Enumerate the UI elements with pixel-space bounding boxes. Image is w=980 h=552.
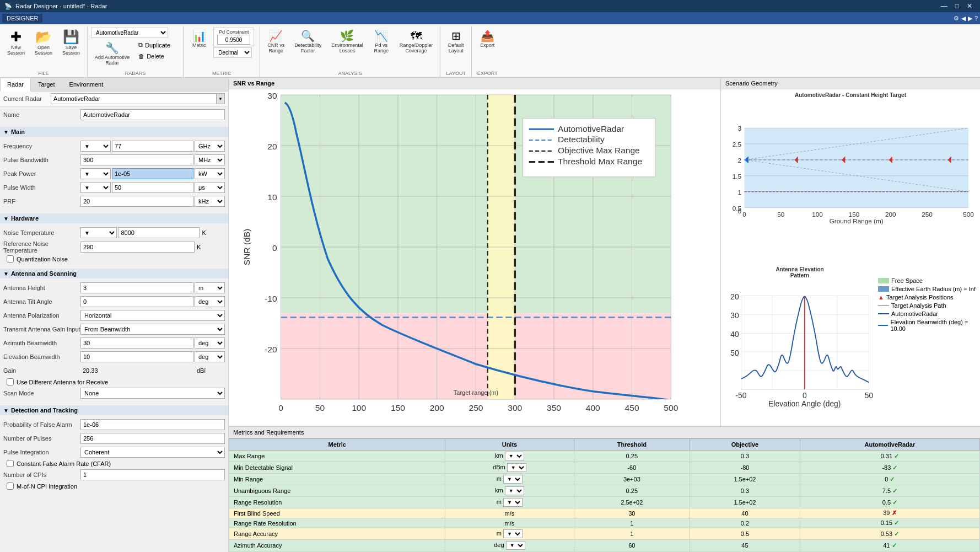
pulse-bandwidth-unit[interactable]: MHzGHz (195, 154, 225, 165)
tab-environment[interactable]: Environment (62, 78, 111, 91)
m-of-n-label: M-of-N CPI Integration (17, 483, 77, 490)
az-beamwidth-unit[interactable]: deg (195, 337, 225, 349)
new-session-icon: ✚ (10, 30, 21, 44)
svg-text:0: 0 (742, 211, 746, 218)
help-button[interactable]: ? (974, 15, 978, 22)
pd-constraint-input[interactable] (217, 35, 250, 45)
diff-antenna-checkbox[interactable] (7, 378, 14, 385)
peak-power-input[interactable] (112, 168, 193, 179)
el-beamwidth-input[interactable] (80, 351, 193, 362)
units-dropdown[interactable]: ▼ (506, 541, 525, 550)
ref-noise-temp-input[interactable] (80, 242, 195, 253)
add-radar-icon: 🔧 (105, 42, 119, 53)
open-session-button[interactable]: 📂 OpenSession (31, 28, 56, 58)
pulse-width-input[interactable] (112, 182, 193, 193)
env-losses-button[interactable]: 🌿 EnvironmentalLosses (327, 28, 367, 56)
metric-value: 0.31 ✓ (800, 451, 979, 462)
cnr-vs-range-button[interactable]: 📈 CNR vsRange (263, 28, 288, 56)
antenna-section-header[interactable]: ▼ Antenna and Scanning (0, 269, 228, 278)
units-dropdown[interactable]: ▼ (507, 463, 526, 472)
name-input[interactable] (80, 109, 225, 120)
menu-designer[interactable]: DESIGNER (2, 14, 42, 23)
tx-gain-input-select[interactable]: From Beamwidth (80, 324, 225, 335)
current-radar-input[interactable] (51, 93, 216, 104)
metric-threshold: 1 (574, 518, 690, 528)
default-layout-button[interactable]: ⊞ DefaultLayout (444, 28, 468, 56)
metric-name: Min Detectable Signal (229, 462, 445, 474)
current-radar-arrow[interactable]: ▼ (216, 93, 225, 104)
svg-text:30: 30 (267, 91, 277, 100)
detection-section-header[interactable]: ▼ Detection and Tracking (0, 405, 228, 415)
close-button[interactable]: ✕ (963, 1, 976, 11)
units-dropdown[interactable]: ▼ (505, 452, 524, 460)
toolbar-icon-1[interactable]: ⚙ (954, 15, 959, 22)
tab-radar[interactable]: Radar (0, 78, 31, 92)
prf-unit[interactable]: kHzHz (195, 196, 225, 207)
tx-gain-input-label: Transmit Antenna Gain Input (3, 326, 80, 333)
num-pulses-input[interactable] (80, 433, 225, 444)
duplicate-button[interactable]: ⧉ Duplicate (136, 40, 180, 50)
delete-button[interactable]: 🗑 Delete (136, 51, 180, 61)
new-session-button[interactable]: ✚ NewSession (3, 28, 29, 58)
pulse-width-unit[interactable]: μsns (195, 182, 225, 193)
decimal-dropdown[interactable]: Decimal Scientific (213, 47, 252, 58)
units-dropdown[interactable]: ▼ (505, 486, 524, 495)
antenna-tilt-unit[interactable]: deg (195, 296, 225, 307)
antenna-height-input[interactable] (80, 282, 193, 293)
antenna-polarization-select[interactable]: HorizontalVertical (80, 310, 225, 321)
pulse-width-type-select[interactable]: ▼ (80, 182, 111, 193)
quantization-noise-checkbox[interactable] (7, 255, 14, 262)
toolbar-icon-2[interactable]: ◀ (961, 15, 966, 22)
frequency-type-select[interactable]: ▼ (80, 141, 111, 152)
minimize-button[interactable]: — (938, 1, 951, 11)
maximize-button[interactable]: □ (952, 1, 962, 11)
cfar-checkbox[interactable] (7, 460, 14, 467)
detectability-button[interactable]: 🔍 DetectabilityFactor (290, 28, 325, 56)
pulse-integration-select[interactable]: CoherentNon-Coherent (80, 447, 225, 458)
svg-text:-20: -20 (265, 345, 277, 354)
units-dropdown[interactable]: ▼ (503, 475, 523, 484)
prf-input[interactable] (80, 196, 193, 207)
main-fields: Frequency ▼ GHzMHz Pulse Bandwidth MHzGH… (0, 138, 228, 211)
az-beamwidth-input[interactable] (80, 337, 193, 349)
pulse-bandwidth-input[interactable] (80, 154, 193, 165)
svg-text:-10: -10 (265, 294, 277, 303)
noise-temp-input[interactable] (118, 227, 200, 238)
pfa-input[interactable] (80, 419, 225, 430)
metric-value: 0 ✓ (800, 474, 979, 485)
el-beamwidth-unit[interactable]: deg (195, 351, 225, 362)
pd-vs-range-button[interactable]: 📉 Pd vsRange (369, 28, 394, 56)
range-doppler-button[interactable]: 🗺 Range/DopplerCoverage (396, 28, 437, 56)
noise-temp-type-select[interactable]: ▼ (80, 227, 117, 238)
frequency-unit[interactable]: GHzMHz (195, 141, 225, 152)
save-session-button[interactable]: 💾 SaveSession (58, 28, 84, 58)
metric-button[interactable]: 📊 Metric (187, 28, 211, 51)
metric-units: m ▼ (445, 497, 574, 508)
main-section-header[interactable]: ▼ Main (0, 127, 228, 137)
svg-text:Elevation Angle (deg): Elevation Angle (deg) (768, 400, 841, 408)
units-dropdown[interactable]: ▼ (503, 529, 523, 538)
svg-text:250: 250 (922, 211, 933, 218)
antenna-tilt-input[interactable] (80, 296, 193, 307)
peak-power-unit[interactable]: kWW (195, 168, 225, 179)
m-of-n-checkbox[interactable] (7, 483, 14, 490)
hardware-section-header[interactable]: ▼ Hardware (0, 213, 228, 223)
hardware-section-title: Hardware (11, 215, 39, 222)
toolbar-icon-3[interactable]: ▶ (968, 15, 972, 22)
add-radar-button[interactable]: 🔧 Add AutomotiveRadar (91, 40, 133, 68)
antenna-height-unit[interactable]: m (195, 282, 225, 293)
peak-power-type-select[interactable]: ▼ (80, 168, 111, 179)
prf-row: PRF kHzHz (3, 195, 225, 207)
export-button[interactable]: 📤 Export (475, 28, 499, 51)
metric-icon: 📊 (192, 30, 206, 41)
radar-dropdown[interactable]: AutomotiveRadar (91, 28, 168, 38)
noise-temp-row: Noise Temperature ▼ K (3, 227, 225, 239)
frequency-input[interactable] (112, 141, 193, 152)
scan-mode-select[interactable]: None (80, 388, 225, 399)
units-dropdown[interactable]: ▼ (503, 498, 523, 507)
tab-target[interactable]: Target (31, 78, 62, 91)
svg-text:10: 10 (267, 192, 277, 202)
ribbon-section-metric: 📊 Metric Pd Constraint Decimal Scientifi… (184, 26, 260, 77)
num-cpis-input[interactable] (80, 469, 225, 480)
svg-text:0: 0 (272, 243, 277, 253)
